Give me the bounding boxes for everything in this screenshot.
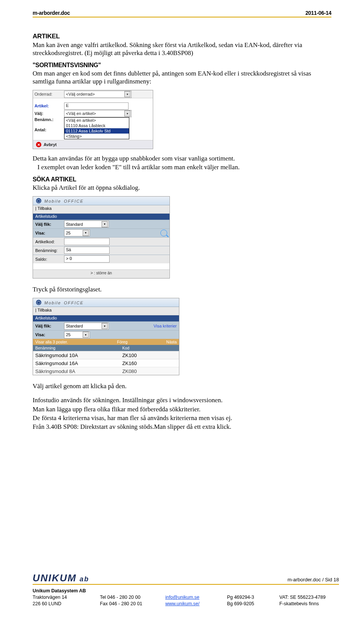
footer-hint: > : större än bbox=[33, 269, 169, 278]
input-artikelkod[interactable] bbox=[64, 238, 110, 245]
paragraph: Klicka på Artikel för att öppna sökdialo… bbox=[33, 184, 331, 192]
label-saldo: Saldo: bbox=[35, 257, 64, 261]
label-benamn: Benämn.: bbox=[33, 117, 64, 122]
select-orderrad[interactable]: <Välj orderrad> ▾ bbox=[64, 91, 132, 98]
page-header: m-arborder.doc 2011-06-14 bbox=[33, 10, 331, 16]
table-row[interactable]: Säkringsmodul 10A ZK100 bbox=[33, 351, 179, 359]
label-orderrad: Orderrad: bbox=[33, 92, 64, 96]
section-bar: Artikelstudio bbox=[33, 214, 169, 220]
label-artikel: Artikel: bbox=[33, 104, 64, 108]
globe-icon: ◯ bbox=[36, 300, 41, 305]
select-valj[interactable]: <Välj en artikel> ▾ bbox=[64, 110, 132, 117]
paragraph: De första 4 kriterierna visas, har man f… bbox=[33, 414, 331, 422]
window-titlebar: ◯ Mobile OFFICE bbox=[33, 298, 179, 307]
paragraph: Man kan lägga upp flera olika flikar med… bbox=[33, 405, 331, 413]
chevron-down-icon[interactable]: ▾ bbox=[124, 110, 130, 116]
chevron-down-icon[interactable]: ▾ bbox=[102, 221, 108, 227]
search-icon[interactable] bbox=[160, 230, 167, 236]
paragraph: Från 3.40B SP08: Direktstart av sökning … bbox=[33, 423, 331, 431]
label-visa: Visa: bbox=[35, 332, 64, 337]
dropdown-option[interactable]: 01110 Assa Låsbleck bbox=[64, 123, 129, 128]
header-docname: m-arborder.doc bbox=[33, 10, 70, 16]
input-saldo[interactable]: > 0 bbox=[64, 255, 110, 263]
cancel-button[interactable]: ✕ Avbryt bbox=[33, 140, 153, 149]
unikum-logo: UNIKUMab bbox=[33, 572, 89, 584]
label-artikelkod: Artikelkod: bbox=[35, 239, 64, 244]
footer-vat: VAT: SE 556223-4789 bbox=[279, 594, 339, 601]
section-title-sortimentsvisning: "SORTIMENTSVISNING" bbox=[33, 62, 331, 69]
table-header: Benämning Kod bbox=[33, 345, 179, 351]
select-flik[interactable]: Standard▾ bbox=[64, 323, 109, 330]
app-logo: Mobile OFFICE bbox=[44, 198, 84, 204]
app-logo: Mobile OFFICE bbox=[44, 299, 84, 305]
paragraph: Tryck på förstoringsglaset. bbox=[33, 285, 331, 293]
footer-fax: Fax 046 - 280 20 01 bbox=[100, 601, 154, 607]
footer-rule bbox=[33, 584, 339, 585]
footer-addr2: 226 60 LUND bbox=[33, 601, 88, 607]
label-valj-flik: Välj flik: bbox=[35, 222, 64, 227]
page-footer: UNIKUMab m-arborder.doc / Sid 18 Unikum … bbox=[33, 572, 339, 607]
window-titlebar: ◯ Mobile OFFICE bbox=[33, 197, 169, 205]
table-row[interactable]: Säkringsmodul 16A ZK160 bbox=[33, 359, 179, 367]
back-link[interactable]: | Tillbaka bbox=[33, 205, 169, 214]
footer-bg: Bg 699-9205 bbox=[227, 601, 268, 607]
table-row[interactable]: Säkringsmodul 8A ZK080 bbox=[33, 367, 179, 375]
select-flik[interactable]: Standard▾ bbox=[64, 220, 109, 228]
next-link[interactable]: Nästa bbox=[144, 340, 177, 344]
paragraph: Infostudio används för sökningen. Instäl… bbox=[33, 396, 331, 404]
footer-mail-link[interactable]: info@unikum.se bbox=[165, 594, 216, 601]
footer-company: Unikum Datasystem AB bbox=[33, 588, 88, 594]
section-title-soka: SÖKA ARTIKEL bbox=[33, 176, 331, 183]
paragraph: I exemplet ovan leder koden "E" till två… bbox=[33, 163, 331, 171]
footer-web-link[interactable]: www.unikum.se/ bbox=[165, 601, 216, 607]
label-benamning: Benämning: bbox=[35, 248, 64, 253]
select-visa[interactable]: 25▾ bbox=[64, 229, 90, 236]
footer-pg: Pg 469294-3 bbox=[227, 594, 268, 601]
chevron-down-icon[interactable]: ▾ bbox=[83, 332, 89, 338]
footer-addr1: Traktorvägen 14 bbox=[33, 594, 88, 601]
paragraph: Om man anger en kod som det finns dublet… bbox=[33, 69, 331, 86]
prev-link[interactable]: Föreg bbox=[100, 340, 144, 344]
mobile-office-screenshot-2: ◯ Mobile OFFICE | Tillbaka Artikelstudio… bbox=[33, 298, 179, 375]
dropdown-list[interactable]: <Välj en artikel> 01110 Assa Låsbleck 01… bbox=[64, 117, 129, 139]
chevron-down-icon[interactable]: ▾ bbox=[124, 91, 130, 97]
label-visa: Visa: bbox=[35, 231, 64, 235]
header-rule bbox=[33, 17, 331, 17]
chevron-down-icon[interactable]: ▾ bbox=[83, 230, 89, 236]
dropdown-option-selected[interactable]: 01112 Assa Låskolv Std bbox=[64, 128, 129, 134]
cancel-icon: ✕ bbox=[36, 142, 41, 147]
footer-pageinfo: m-arborder.doc / Sid 18 bbox=[287, 577, 339, 582]
select-visa[interactable]: 25▾ bbox=[64, 331, 90, 338]
input-artikel[interactable]: E bbox=[64, 102, 129, 110]
label-valj: Välj: bbox=[33, 111, 64, 116]
mobile-office-screenshot-1: ◯ Mobile OFFICE | Tillbaka Artikelstudio… bbox=[33, 196, 170, 279]
header-date: 2011-06-14 bbox=[305, 10, 331, 16]
dropdown-option[interactable]: <Välj en artikel> bbox=[64, 118, 129, 123]
input-benamning[interactable]: Sä bbox=[64, 247, 110, 254]
paragraph: Man kan även ange valfri artikelkod. Sök… bbox=[33, 41, 331, 57]
pager-bar: Visar alla 3 poster. Föreg Nästa bbox=[33, 339, 179, 345]
dropdown-option[interactable]: <Stäng> bbox=[64, 134, 129, 139]
back-link[interactable]: | Tillbaka bbox=[33, 307, 179, 315]
globe-icon: ◯ bbox=[36, 198, 41, 203]
label-valj-flik: Välj flik: bbox=[35, 324, 64, 328]
footer-tel: Tel 046 - 280 20 00 bbox=[100, 594, 154, 601]
paragraph: Detta kan användas för att bygga upp sna… bbox=[33, 154, 331, 162]
chevron-down-icon[interactable]: ▾ bbox=[102, 323, 108, 329]
section-bar: Artikelstudio bbox=[33, 315, 179, 321]
dropdown-screenshot: Orderrad: <Välj orderrad> ▾ Artikel: E V… bbox=[33, 90, 153, 149]
footer-fsk: F-skattebevis finns bbox=[279, 601, 339, 607]
label-antal: Antal: bbox=[33, 127, 64, 132]
section-title-artikel: ARTIKEL bbox=[33, 33, 331, 40]
paragraph: Välj artikel genom att klicka på den. bbox=[33, 382, 331, 390]
visa-kriterier-link[interactable]: Visa kriterier bbox=[154, 324, 177, 328]
